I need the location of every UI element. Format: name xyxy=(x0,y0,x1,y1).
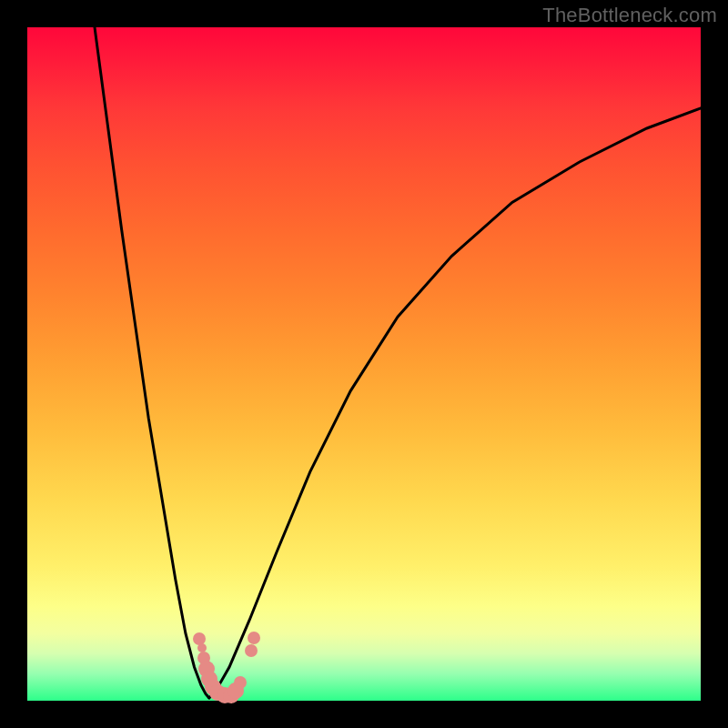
watermark-text: TheBottleneck.com xyxy=(542,4,717,27)
plot-area xyxy=(27,27,701,701)
data-marker xyxy=(248,632,260,644)
data-marker xyxy=(234,676,247,689)
curve-layer xyxy=(27,27,701,701)
chart-frame: TheBottleneck.com xyxy=(0,0,728,728)
right-curve-path xyxy=(209,108,701,698)
data-marker xyxy=(245,644,258,657)
left-curve-path xyxy=(95,27,209,698)
